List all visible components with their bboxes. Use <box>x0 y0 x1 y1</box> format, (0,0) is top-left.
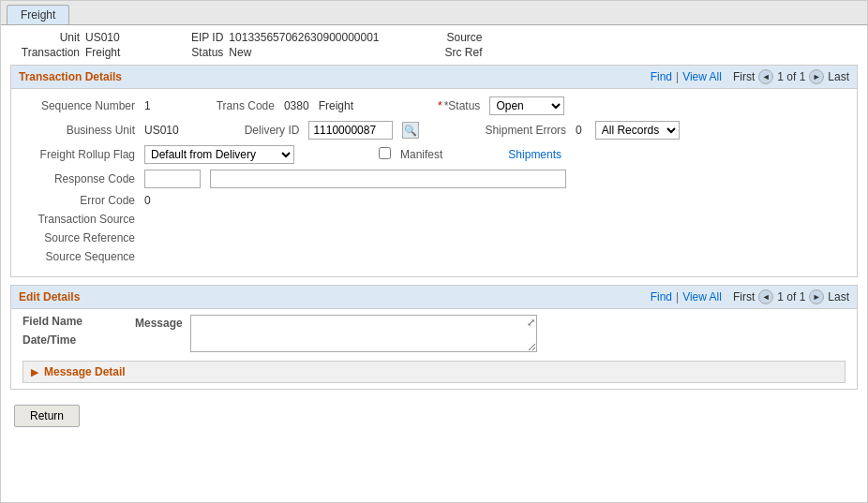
message-detail-row: ▶ Message Detail <box>22 361 846 383</box>
tab-bar: Freight <box>1 1 867 25</box>
business-unit-label: Business Unit <box>22 124 135 137</box>
header-status-value: New <box>229 46 251 59</box>
message-detail-label: Message Detail <box>44 365 126 378</box>
date-time-row: Date/Time <box>22 333 116 347</box>
field-name-row: Field Name <box>22 315 116 328</box>
business-unit-value: US010 <box>144 124 179 137</box>
status-select[interactable]: Open Closed <box>489 96 564 115</box>
response-code-label: Response Code <box>22 172 135 185</box>
row-rollup-manifest: Freight Rollup Flag Default from Deliver… <box>22 145 846 164</box>
transaction-details-title: Transaction Details <box>19 70 122 83</box>
status-row: Status New <box>157 46 379 59</box>
unit-label: Unit <box>14 31 80 44</box>
find-link[interactable]: Find <box>651 70 672 83</box>
date-time-label: Date/Time <box>22 333 76 347</box>
eip-id-value: 101335657062630900000001 <box>229 31 379 44</box>
response-code-input2[interactable] <box>210 170 566 188</box>
response-code-input1[interactable] <box>144 170 201 188</box>
row-seq-trans: Sequence Number 1 Trans Code 0380 Freigh… <box>22 96 846 115</box>
edit-page-info: 1 of 1 <box>777 290 805 303</box>
field-name-label: Field Name <box>22 315 82 328</box>
edit-right-col: Message ⤢ <box>135 315 846 355</box>
page-info: 1 of 1 <box>777 70 805 83</box>
row-response-code: Response Code <box>22 170 846 188</box>
src-ref-row: Src Ref <box>417 46 488 59</box>
transaction-details-nav: Find | View All First ◄ 1 of 1 ► Last <box>651 69 849 84</box>
expand-corner-icon[interactable]: ⤢ <box>527 317 535 329</box>
sequence-number-label: Sequence Number <box>22 99 135 112</box>
freight-tab[interactable]: Freight <box>7 5 69 24</box>
view-all-link[interactable]: View All <box>682 70 722 83</box>
trans-code-label: Trans Code <box>217 99 275 112</box>
eip-id-label: EIP ID <box>157 31 223 44</box>
src-ref-label: Src Ref <box>417 46 483 59</box>
trans-code-desc: Freight <box>319 99 353 112</box>
freight-rollup-select[interactable]: Default from Delivery <box>144 145 294 164</box>
row-bu-delivery: Business Unit US010 Delivery ID 🔍 Shipme… <box>22 121 846 140</box>
freight-rollup-label: Freight Rollup Flag <box>22 148 135 161</box>
edit-prev-page-btn[interactable]: ◄ <box>758 289 773 304</box>
edit-find-link[interactable]: Find <box>651 290 672 303</box>
unit-group: Unit US010 Transaction Freight <box>14 31 120 59</box>
edit-fields-container: Field Name Date/Time Message ⤢ <box>22 315 846 355</box>
error-code-label: Error Code <box>22 194 135 207</box>
eip-id-row: EIP ID 101335657062630900000001 <box>157 31 379 44</box>
next-page-btn[interactable]: ► <box>809 69 824 84</box>
manifest-label: Manifest <box>400 148 442 161</box>
edit-details-nav: Find | View All First ◄ 1 of 1 ► Last <box>651 289 849 304</box>
shipment-errors-value: 0 <box>576 124 582 137</box>
status-req-label: *Status <box>438 99 480 112</box>
edit-details-body: Field Name Date/Time Message ⤢ <box>11 309 857 389</box>
header-status-label: Status <box>157 46 223 59</box>
manifest-checkbox[interactable] <box>379 147 391 159</box>
unit-row: Unit US010 <box>14 31 120 44</box>
row-transaction-source: Transaction Source <box>22 213 846 226</box>
message-label: Message <box>135 315 183 330</box>
transaction-details-header: Transaction Details Find | View All Firs… <box>11 66 857 89</box>
row-error-code: Error Code 0 <box>22 194 846 207</box>
delivery-id-input[interactable] <box>308 121 393 140</box>
all-records-select[interactable]: All Records <box>595 121 680 140</box>
error-code-value: 0 <box>144 194 151 207</box>
footer-bar: Return <box>1 397 867 435</box>
message-container: Message ⤢ <box>135 315 846 355</box>
transaction-source-label: Transaction Source <box>22 213 135 226</box>
edit-left-col: Field Name Date/Time <box>22 315 135 355</box>
trans-code-value: 0380 <box>284 99 309 112</box>
message-textarea-wrapper: ⤢ <box>190 315 537 355</box>
header-info: Unit US010 Transaction Freight EIP ID 10… <box>1 25 867 65</box>
prev-page-btn[interactable]: ◄ <box>758 69 773 84</box>
edit-details-section: Edit Details Find | View All First ◄ 1 o… <box>10 285 858 390</box>
row-source-reference: Source Reference <box>22 231 846 244</box>
transaction-value: Freight <box>85 46 120 59</box>
page-wrapper: Freight Unit US010 Transaction Freight E… <box>0 0 868 503</box>
shipments-link[interactable]: Shipments <box>508 148 561 161</box>
transaction-details-body: Sequence Number 1 Trans Code 0380 Freigh… <box>11 89 857 276</box>
return-button[interactable]: Return <box>14 405 80 427</box>
sequence-number-value: 1 <box>144 99 151 112</box>
shipment-errors-label: Shipment Errors <box>485 124 566 137</box>
row-source-sequence: Source Sequence <box>22 250 846 263</box>
source-sequence-label: Source Sequence <box>22 250 135 263</box>
source-group: Source Src Ref <box>417 31 488 59</box>
source-reference-label: Source Reference <box>22 231 135 244</box>
edit-view-all-link[interactable]: View All <box>682 290 722 303</box>
delivery-search-icon[interactable]: 🔍 <box>402 122 419 139</box>
message-detail-expand-icon[interactable]: ▶ <box>31 366 38 378</box>
edit-next-page-btn[interactable]: ► <box>809 289 824 304</box>
edit-details-title: Edit Details <box>19 290 80 303</box>
edit-details-header: Edit Details Find | View All First ◄ 1 o… <box>11 286 857 309</box>
transaction-row: Transaction Freight <box>14 46 120 59</box>
source-row: Source <box>417 31 488 44</box>
source-label: Source <box>417 31 483 44</box>
transaction-label: Transaction <box>14 46 80 59</box>
delivery-id-label: Delivery ID <box>245 124 300 137</box>
unit-value: US010 <box>85 31 120 44</box>
eip-group: EIP ID 101335657062630900000001 Status N… <box>157 31 379 59</box>
transaction-details-section: Transaction Details Find | View All Firs… <box>10 65 858 277</box>
message-textarea[interactable] <box>190 315 537 352</box>
